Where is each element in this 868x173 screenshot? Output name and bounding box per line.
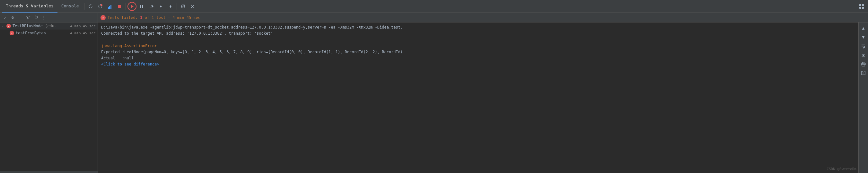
tree-label-parent: TestBPlusNode (edu. [12, 24, 57, 28]
svg-rect-8 [142, 5, 143, 8]
tab-console[interactable]: Console [58, 0, 83, 12]
rerun-button[interactable] [86, 2, 95, 11]
step-over-button[interactable] [147, 2, 156, 11]
console-output[interactable]: D:\Java\bin\java.exe -agentlib:jdwp=tran… [98, 23, 858, 173]
soft-wrap-icon[interactable] [859, 42, 868, 50]
error-icon-child: ✕ [10, 31, 14, 35]
main-toolbar: Threads & Variables Console ! [0, 0, 868, 13]
stop-button[interactable] [115, 2, 124, 11]
toolbar-divider-3 [177, 3, 177, 10]
step-into-button[interactable] [156, 2, 165, 11]
sort-button[interactable] [17, 14, 24, 22]
svg-rect-16 [859, 4, 861, 6]
layout-button[interactable] [857, 2, 866, 11]
step-out-button[interactable] [166, 2, 175, 11]
tree-item-testfrombytes[interactable]: ✕ testFromBytes 4 min 45 sec [0, 30, 98, 37]
clock-button[interactable]: ⏱ [32, 14, 40, 22]
error-icon-parent: ✕ [6, 24, 11, 28]
expand-arrow: ▾ [2, 24, 5, 28]
console-line-actual: Actual :null [101, 55, 855, 61]
coverage-button[interactable] [105, 2, 114, 11]
ban-button[interactable]: ⊘ [9, 14, 17, 22]
clear-button[interactable] [188, 2, 197, 11]
watermark: CSDN @SweetoRm [827, 167, 857, 171]
filter-button[interactable] [24, 14, 32, 22]
console-line-expected: Expected :LeafNode(pageNum=0, keys=[0, 1… [101, 49, 855, 55]
tab-threads-variables[interactable]: Threads & Variables [2, 0, 58, 12]
svg-rect-21 [862, 57, 865, 57]
test-tree: ▾ ✕ TestBPlusNode (edu. 4 min 45 sec ✕ t… [0, 23, 98, 171]
right-panel: ✕ Tests failed: 1 of 1 test — 4 min 45 s… [98, 13, 868, 173]
scroll-up-icon[interactable]: ▲ [859, 24, 868, 32]
status-text: Tests failed: 1 of 1 test — 4 min 45 sec [107, 15, 200, 20]
resume-button[interactable] [127, 2, 136, 11]
left-scrollbar[interactable] [0, 171, 98, 173]
status-bar: ✕ Tests failed: 1 of 1 test — 4 min 45 s… [98, 13, 868, 23]
svg-rect-22 [862, 64, 865, 66]
console-line-1: Connected to the target VM, address: '12… [101, 31, 855, 37]
svg-rect-2 [108, 7, 109, 9]
svg-rect-17 [862, 4, 864, 6]
console-line-blank [101, 37, 855, 43]
toolbar-divider-1 [84, 3, 85, 10]
svg-rect-4 [111, 5, 112, 9]
clear-console-icon[interactable] [859, 69, 868, 77]
svg-rect-5 [118, 5, 121, 8]
pause-button[interactable] [137, 2, 146, 11]
svg-marker-6 [131, 5, 133, 8]
svg-marker-20 [862, 54, 865, 56]
main-content: ✓ ⊘ ⏱ ⋮ ▾ ✕ TestBPlusNode (edu. 4 min 45… [0, 13, 868, 173]
left-more-button[interactable]: ⋮ [40, 14, 48, 22]
svg-rect-19 [862, 7, 864, 9]
scroll-down-icon[interactable]: ▼ [859, 33, 868, 41]
svg-marker-12 [169, 5, 172, 7]
mute-breakpoints-button[interactable] [179, 2, 188, 11]
status-error-icon: ✕ [100, 15, 106, 20]
check-button[interactable]: ✓ [1, 14, 9, 22]
toolbar-tabs: Threads & Variables Console [2, 0, 83, 12]
more-button[interactable]: ⋮ [198, 2, 207, 11]
console-line-error: java.lang.AssertionError: [101, 43, 855, 49]
svg-text:!: ! [101, 4, 101, 6]
toolbar-right [857, 2, 866, 11]
console-line-0: D:\Java\bin\java.exe -agentlib:jdwp=tran… [101, 24, 855, 31]
svg-rect-7 [140, 5, 141, 8]
right-side-icons: ▲ ▼ [858, 23, 868, 173]
left-toolbar: ✓ ⊘ ⏱ ⋮ [0, 13, 98, 23]
rerun-failed-button[interactable]: ! [96, 2, 105, 11]
left-panel: ✓ ⊘ ⏱ ⋮ ▾ ✕ TestBPlusNode (edu. 4 min 45… [0, 13, 98, 173]
svg-rect-18 [859, 7, 861, 9]
svg-rect-3 [109, 6, 110, 9]
tree-item-testbplusnode[interactable]: ▾ ✕ TestBPlusNode (edu. 4 min 45 sec [0, 23, 98, 30]
print-icon[interactable] [859, 60, 868, 68]
toolbar-divider-2 [126, 3, 126, 10]
scroll-end-icon[interactable] [859, 51, 868, 59]
console-line-link[interactable]: <Click to see difference> [101, 61, 855, 67]
